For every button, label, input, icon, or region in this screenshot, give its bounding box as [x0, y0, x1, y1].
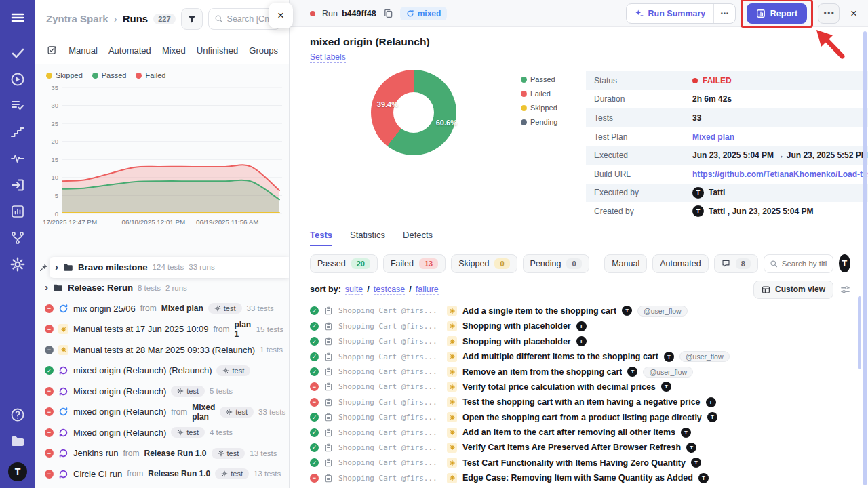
- run-summary-more-button[interactable]: ⋯: [714, 4, 735, 23]
- branch-icon[interactable]: [9, 230, 26, 246]
- tests-scrollbar[interactable]: [858, 296, 861, 369]
- set-labels-link[interactable]: Set labels: [310, 52, 346, 63]
- plan-name[interactable]: Mixed plan: [161, 304, 203, 313]
- tab-unfinished[interactable]: Unfinished: [197, 45, 238, 56]
- donut-legend-item-pending[interactable]: Pending: [521, 118, 570, 126]
- sort-by-failure[interactable]: failure: [416, 285, 439, 295]
- legend-item-failed[interactable]: Failed: [136, 71, 165, 79]
- tab-groups[interactable]: Groups: [249, 45, 278, 56]
- test-row[interactable]: ✓Shopping Cart @firs...Add multiple diff…: [310, 349, 850, 364]
- legend-item-skipped[interactable]: Skipped: [46, 71, 83, 79]
- run-row[interactable]: ›Bravo milestone124 tests33 runs: [35, 257, 289, 278]
- run-row[interactable]: −Mixed origin (Relaunch)test5 tests: [35, 381, 289, 402]
- plan-name[interactable]: Mixed plan: [192, 403, 215, 422]
- run-card[interactable]: −Jenkins runfromRelease Run 1.0test13 te…: [39, 443, 289, 464]
- run-card[interactable]: −Mixed origin (Relaunch)test4 tests: [39, 422, 289, 443]
- chevron-right-icon[interactable]: ›: [55, 262, 58, 272]
- more-actions-button[interactable]: ⋯: [818, 3, 840, 24]
- assignee-filter-avatar[interactable]: T: [839, 254, 850, 272]
- comments-filter-button[interactable]: 8: [714, 254, 758, 273]
- folder-icon[interactable]: [9, 433, 26, 449]
- steps-icon[interactable]: [9, 124, 26, 140]
- view-settings-icon[interactable]: [840, 285, 850, 295]
- run-row[interactable]: −Circle CI runfromRelease Run 1.0test13 …: [35, 464, 289, 485]
- test-row[interactable]: ✓Shopping Cart @firs...Shopping with pla…: [310, 334, 850, 349]
- donut-legend-item-passed[interactable]: Passed: [521, 75, 570, 83]
- test-row[interactable]: ✓Shopping Cart @firs...Shopping with pla…: [310, 319, 850, 333]
- run-card[interactable]: −Mixed origin (Relaunch)test5 tests: [39, 381, 289, 402]
- test-row[interactable]: ✓Shopping Cart @firs...Test Cart Functio…: [310, 455, 850, 470]
- check-icon[interactable]: [9, 45, 26, 61]
- runs-search-input[interactable]: [227, 14, 275, 24]
- test-row[interactable]: −Shopping Cart @firs...Removing an Item …: [310, 485, 850, 488]
- run-card[interactable]: −mix origin 25/06fromMixed plantest33 te…: [39, 298, 289, 319]
- panel-close-button[interactable]: ×: [269, 3, 293, 28]
- detail-link[interactable]: Mixed plan: [692, 132, 734, 142]
- run-row[interactable]: −Manual tests at 17 Jun 2025 10:09frompl…: [35, 319, 289, 340]
- tab-manual[interactable]: Manual: [68, 45, 98, 56]
- tab-tests[interactable]: Tests: [310, 230, 332, 246]
- chevron-right-icon[interactable]: ›: [45, 282, 48, 292]
- list-check-icon[interactable]: [9, 98, 26, 114]
- filter-manual[interactable]: Manual: [604, 254, 647, 273]
- gear-icon[interactable]: [9, 256, 26, 272]
- test-row[interactable]: ✓Shopping Cart @firs...Add an item to th…: [310, 425, 850, 440]
- run-card[interactable]: ›Bravo milestone124 tests33 runs: [50, 257, 289, 278]
- panel-scrollbar[interactable]: [863, 31, 867, 485]
- run-summary-button[interactable]: Run Summary: [627, 4, 714, 23]
- filter-skipped[interactable]: Skipped0: [451, 254, 517, 273]
- select-runs-icon[interactable]: [46, 45, 58, 56]
- sort-by-testcase[interactable]: testcase: [374, 285, 406, 295]
- run-row[interactable]: −Mixed origin (Relaunch)test4 tests: [35, 422, 289, 443]
- tab-automated[interactable]: Automated: [108, 45, 151, 56]
- run-row[interactable]: −Manual tests at 28 Mar 2025 09:33 (Rela…: [35, 340, 289, 361]
- test-row[interactable]: −Shopping Cart @firs...Edge Case: Removi…: [310, 470, 850, 485]
- help-circle-icon[interactable]: [9, 407, 26, 423]
- donut-legend-item-skipped[interactable]: Skipped: [521, 104, 570, 112]
- plan-name[interactable]: Release Run 1.0: [148, 469, 210, 479]
- run-card[interactable]: −mixed origin (Relaunch)fromMixed plante…: [39, 402, 289, 423]
- run-row[interactable]: −Jenkins runfromRelease Run 1.0test13 te…: [35, 443, 289, 464]
- tab-statistics[interactable]: Statistics: [350, 230, 385, 246]
- tests-search-input[interactable]: [782, 260, 827, 268]
- filter-automated[interactable]: Automated: [652, 254, 708, 273]
- tests-search[interactable]: [764, 254, 833, 273]
- user-avatar[interactable]: T: [8, 462, 27, 481]
- play-circle-icon[interactable]: [9, 71, 26, 87]
- test-row[interactable]: ✓Shopping Cart @firs...Remove an item fr…: [310, 364, 850, 379]
- filter-passed[interactable]: Passed20: [310, 254, 378, 273]
- sort-by-suite[interactable]: suite: [345, 285, 363, 295]
- run-card[interactable]: −Circle CI runfromRelease Run 1.0test13 …: [39, 464, 289, 485]
- test-row[interactable]: ✓Shopping Cart @firs...Open the shopping…: [310, 409, 850, 424]
- run-card[interactable]: −Manual tests at 28 Mar 2025 09:33 (Rela…: [39, 340, 289, 361]
- bar-chart-icon[interactable]: [9, 203, 26, 220]
- custom-view-button[interactable]: Custom view: [753, 281, 833, 299]
- filter-pending[interactable]: Pending0: [523, 254, 589, 273]
- test-row[interactable]: −Shopping Cart @firs...Verify total pric…: [310, 380, 850, 394]
- test-row[interactable]: ✓Shopping Cart @firs...Add a single item…: [310, 304, 850, 319]
- test-row[interactable]: −Shopping Cart @firs...Test the shopping…: [310, 394, 850, 409]
- close-run-button[interactable]: ×: [850, 7, 857, 20]
- activity-icon[interactable]: [9, 150, 26, 167]
- tab-defects[interactable]: Defects: [403, 230, 433, 246]
- plan-name[interactable]: Release Run 1.0: [144, 449, 206, 458]
- copy-icon[interactable]: [383, 8, 393, 18]
- filter-button[interactable]: [181, 8, 203, 30]
- legend-item-passed[interactable]: Passed: [92, 71, 127, 79]
- build-url-link[interactable]: https://github.com/TetianaKhomenko/Load-…: [692, 169, 868, 179]
- run-card[interactable]: ›Release: Rerun8 tests2 runs: [39, 278, 289, 299]
- test-row[interactable]: ✓Shopping Cart @firs...Verify Cart Items…: [310, 440, 850, 455]
- run-row[interactable]: −mix origin 25/06fromMixed plantest33 te…: [35, 298, 289, 319]
- menu-icon[interactable]: [9, 9, 26, 26]
- filter-failed[interactable]: Failed13: [383, 254, 446, 273]
- donut-legend-item-failed[interactable]: Failed: [521, 89, 570, 98]
- import-icon[interactable]: [9, 177, 26, 193]
- report-button[interactable]: Report: [747, 3, 807, 24]
- run-row[interactable]: ✓mixed origin (Relaunch) (Relaunch)test: [35, 361, 289, 382]
- plan-name[interactable]: plan 1: [234, 320, 251, 339]
- tab-mixed[interactable]: Mixed: [162, 45, 186, 56]
- run-card[interactable]: −Manual tests at 17 Jun 2025 10:09frompl…: [39, 319, 289, 340]
- run-card[interactable]: ✓mixed origin (Relaunch) (Relaunch)test: [39, 361, 289, 382]
- run-type-badge[interactable]: mixed: [400, 7, 448, 20]
- run-row[interactable]: −mixed origin (Relaunch)fromMixed plante…: [35, 402, 289, 423]
